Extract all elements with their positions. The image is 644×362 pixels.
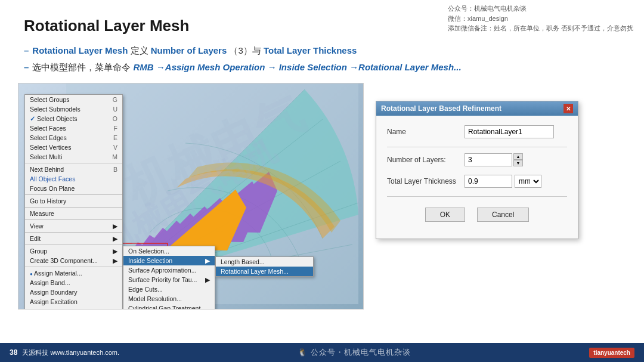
menu-item-focus-on-plane[interactable]: Focus On Plane bbox=[25, 184, 122, 193]
right-area: Rotational Layer Based Refinement ✕ Name… bbox=[364, 83, 620, 239]
menu-item-select-vertices[interactable]: Select VerticesV bbox=[25, 143, 122, 152]
watermark-line2: 微信：xiamu_design bbox=[448, 14, 633, 24]
dialog-num-layers-label: Number of Layers: bbox=[387, 156, 465, 164]
dialog-thickness-row: Total Layer Thickness mm cm m in bbox=[387, 175, 567, 188]
menu-item-assign-boundary[interactable]: Assign Boundary bbox=[25, 287, 122, 297]
dialog-footer: OK Cancel bbox=[387, 203, 567, 229]
submenu1-surface-approx[interactable]: Surface Approximation... bbox=[123, 265, 215, 275]
menu-item-next-behind[interactable]: Next BehindB bbox=[25, 165, 122, 174]
content-row: Select GroupsG Select SubmodelsU Select … bbox=[24, 83, 620, 310]
watermark-line1: 公众号：机械电气电机杂谈 bbox=[448, 4, 633, 14]
menu-item-select-submodels[interactable]: Select SubmodelsU bbox=[25, 104, 122, 114]
dialog-cancel-button[interactable]: Cancel bbox=[477, 208, 529, 222]
dialog-num-layers-input[interactable] bbox=[465, 153, 512, 166]
dialog-name-label: Name bbox=[387, 128, 465, 136]
dialog-title: Rotational Layer Based Refinement bbox=[381, 104, 501, 113]
bullet-item-2: – 选中模型部件，菜单命令 RMB →Assign Mesh Operation… bbox=[24, 60, 620, 75]
footer-company: 天源科技 www.tianyuantech.com. bbox=[22, 348, 119, 357]
main-content: Rotational Layer Mesh – Rotational Layer… bbox=[0, 0, 644, 315]
submenu1-cylindrical-gap[interactable]: Cylindrical Gap Treatment... bbox=[123, 304, 215, 310]
submenu2-rotational-layer-mesh[interactable]: Rotational Layer Mesh... bbox=[216, 267, 313, 276]
sep3 bbox=[25, 207, 122, 208]
bullet-text-1: Rotational Layer Mesh 定义 Number of Layer… bbox=[32, 44, 357, 58]
menu-item-measure[interactable]: Measure bbox=[25, 209, 122, 218]
menu-item-edit[interactable]: Edit▶ bbox=[25, 234, 122, 243]
screenshot-area: Select GroupsG Select SubmodelsU Select … bbox=[18, 83, 364, 310]
dialog-titlebar: Rotational Layer Based Refinement ✕ bbox=[376, 101, 578, 116]
page-footer: 38 天源科技 www.tianyuantech.com. 🐧 公众号・机械电气… bbox=[0, 343, 644, 362]
menu-item-select-edges[interactable]: Select EdgesE bbox=[25, 133, 122, 143]
bullet-highlight-3: Total Layer Thickness bbox=[264, 45, 357, 55]
menu-item-select-groups[interactable]: Select GroupsG bbox=[25, 95, 122, 104]
dialog-close-button[interactable]: ✕ bbox=[564, 104, 573, 113]
submenu1-surface-priority[interactable]: Surface Priority for Tau...▶ bbox=[123, 275, 215, 284]
dialog-name-input[interactable] bbox=[465, 125, 554, 138]
sep6 bbox=[25, 245, 122, 245]
dialog-thickness-label: Total Layer Thickness bbox=[387, 177, 465, 185]
dialog-name-row: Name bbox=[387, 125, 567, 138]
menu-item-assign-excitation[interactable]: Assign Excitation bbox=[25, 297, 122, 307]
footer-left: 38 天源科技 www.tianyuantech.com. bbox=[10, 348, 119, 357]
watermark-header: 公众号：机械电气电机杂谈 微信：xiamu_design 添加微信备注：姓名，所… bbox=[448, 4, 633, 33]
footer-page-number: 38 bbox=[10, 348, 17, 357]
submenu1-inside-selection[interactable]: Inside Selection▶ bbox=[123, 256, 215, 265]
dialog-sep2 bbox=[387, 196, 567, 197]
menu-item-go-to-history[interactable]: Go to History bbox=[25, 196, 122, 206]
dialog-sep1 bbox=[387, 147, 567, 147]
menu-item-view[interactable]: View▶ bbox=[25, 221, 122, 231]
menu-item-assign-material[interactable]: Assign Material... bbox=[25, 268, 122, 278]
watermark-line3: 添加微信备注：姓名，所在单位，职务 否则不予通过，介意勿扰 bbox=[448, 23, 633, 33]
dialog-unit-select[interactable]: mm cm m in bbox=[515, 175, 541, 188]
bullet-highlight-1: Rotational Layer Mesh bbox=[32, 45, 130, 55]
sep2 bbox=[25, 194, 122, 195]
footer-right: tianyuantech bbox=[589, 348, 634, 358]
bullet-highlight-italic: RMB →Assign Mesh Operation → Inside Sele… bbox=[134, 62, 462, 72]
context-menu[interactable]: Select GroupsG Select SubmodelsU Select … bbox=[24, 94, 123, 310]
submenu2-length-based[interactable]: Length Based... bbox=[216, 257, 313, 267]
spinner-up-button[interactable]: ▲ bbox=[513, 153, 523, 160]
spinner-down-button[interactable]: ▼ bbox=[513, 160, 523, 166]
dialog-body: Name Number of Layers: ▲ ▼ bbox=[376, 116, 578, 239]
bullet-item-1: – Rotational Layer Mesh 定义 Number of Lay… bbox=[24, 44, 620, 58]
bullet-dash-2: – bbox=[24, 60, 29, 75]
menu-item-all-object-faces[interactable]: All Object Faces bbox=[25, 174, 122, 184]
menu-item-group[interactable]: Group▶ bbox=[25, 246, 122, 256]
submenu-assign-mesh[interactable]: On Selection... Inside Selection▶ Surfac… bbox=[123, 246, 215, 310]
footer-center-text: 🐧 公众号・机械电气电机杂谈 bbox=[298, 347, 411, 358]
bullet-list: – Rotational Layer Mesh 定义 Number of Lay… bbox=[24, 44, 620, 75]
dialog-ok-button[interactable]: OK bbox=[425, 208, 465, 222]
footer-watermark-text: 🐧 公众号・机械电气电机杂谈 bbox=[298, 348, 411, 357]
dialog-thickness-input[interactable] bbox=[465, 175, 512, 188]
dialog-box[interactable]: Rotational Layer Based Refinement ✕ Name… bbox=[376, 101, 578, 239]
submenu1-on-selection[interactable]: On Selection... bbox=[123, 246, 215, 256]
bullet-dash-1: – bbox=[24, 44, 29, 58]
bullet-highlight-2: Number of Layers bbox=[151, 45, 227, 55]
menu-item-select-objects[interactable]: Select ObjectsO bbox=[25, 114, 122, 123]
menu-item-select-faces[interactable]: Select FacesF bbox=[25, 123, 122, 133]
dialog-spinner[interactable]: ▲ ▼ bbox=[513, 153, 523, 166]
footer-logo: tianyuantech bbox=[589, 348, 634, 358]
submenu-inside-selection[interactable]: Length Based... Rotational Layer Mesh... bbox=[215, 256, 314, 277]
sep1 bbox=[25, 163, 122, 163]
sep4 bbox=[25, 219, 122, 220]
menu-item-create-3d[interactable]: Create 3D Component...▶ bbox=[25, 256, 122, 265]
sep7 bbox=[25, 267, 122, 267]
menu-item-assign-band[interactable]: Assign Band... bbox=[25, 278, 122, 287]
menu-item-assign-params[interactable]: Assign Parameters bbox=[25, 307, 122, 310]
menu-item-select-multi[interactable]: Select MultiM bbox=[25, 152, 122, 162]
bullet-text-2: 选中模型部件，菜单命令 RMB →Assign Mesh Operation →… bbox=[32, 60, 461, 75]
submenu1-model-resolution[interactable]: Model Resolution... bbox=[123, 294, 215, 304]
submenu1-edge-cuts[interactable]: Edge Cuts... bbox=[123, 284, 215, 294]
dialog-num-layers-row: Number of Layers: ▲ ▼ bbox=[387, 153, 567, 166]
sep5 bbox=[25, 232, 122, 233]
